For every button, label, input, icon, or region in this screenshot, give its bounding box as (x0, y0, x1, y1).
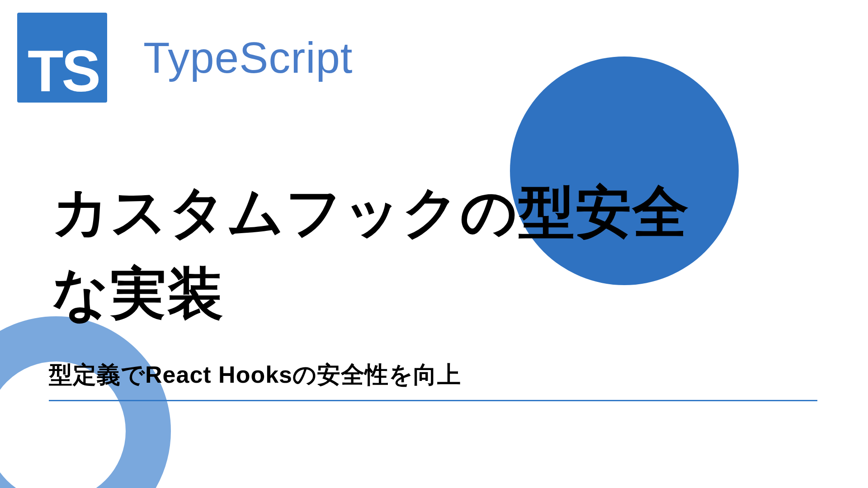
main-title: カスタムフックの型安全な実装 (52, 172, 730, 334)
typescript-label: TypeScript (143, 33, 353, 83)
decorative-circle-ring (0, 316, 171, 488)
logo-container: TS TypeScript (17, 13, 353, 103)
subtitle: 型定義でReact Hooksの安全性を向上 (49, 359, 817, 400)
ts-logo-badge: TS (17, 13, 107, 103)
subtitle-container: 型定義でReact Hooksの安全性を向上 (49, 359, 817, 401)
divider (49, 400, 817, 401)
ts-logo-text: TS (28, 42, 99, 100)
